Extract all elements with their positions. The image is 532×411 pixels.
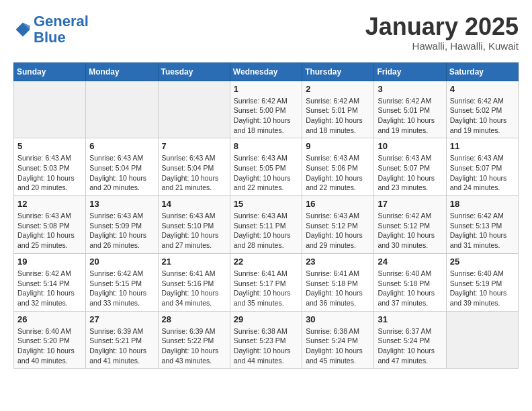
day-info: Sunrise: 6:42 AM Sunset: 5:15 PM Dayligh… <box>89 269 154 308</box>
logo-line1: General <box>34 13 89 30</box>
day-info: Sunrise: 6:42 AM Sunset: 5:02 PM Dayligh… <box>450 96 515 136</box>
calendar-cell: 18Sunrise: 6:42 AM Sunset: 5:13 PM Dayli… <box>446 196 518 254</box>
calendar-cell: 12Sunrise: 6:43 AM Sunset: 5:08 PM Dayli… <box>14 196 86 254</box>
day-number: 28 <box>162 314 226 324</box>
day-number: 16 <box>306 199 370 209</box>
calendar-cell: 16Sunrise: 6:43 AM Sunset: 5:12 PM Dayli… <box>302 196 374 254</box>
calendar-body: 1Sunrise: 6:42 AM Sunset: 5:00 PM Daylig… <box>14 81 519 369</box>
calendar-cell: 14Sunrise: 6:43 AM Sunset: 5:10 PM Dayli… <box>158 196 230 254</box>
day-info: Sunrise: 6:43 AM Sunset: 5:11 PM Dayligh… <box>234 211 298 250</box>
day-info: Sunrise: 6:42 AM Sunset: 5:00 PM Dayligh… <box>234 96 298 136</box>
day-number: 13 <box>89 199 154 209</box>
weekday-header-friday: Friday <box>374 62 446 81</box>
day-number: 11 <box>450 141 515 151</box>
day-number: 4 <box>450 84 515 94</box>
weekday-row: SundayMondayTuesdayWednesdayThursdayFrid… <box>14 62 519 81</box>
calendar-cell: 1Sunrise: 6:42 AM Sunset: 5:00 PM Daylig… <box>230 81 302 138</box>
day-info: Sunrise: 6:43 AM Sunset: 5:04 PM Dayligh… <box>162 153 226 193</box>
day-number: 12 <box>17 199 82 209</box>
calendar-cell: 11Sunrise: 6:43 AM Sunset: 5:07 PM Dayli… <box>446 138 518 196</box>
day-number: 29 <box>234 314 298 324</box>
day-info: Sunrise: 6:41 AM Sunset: 5:16 PM Dayligh… <box>162 269 226 308</box>
calendar-cell: 2Sunrise: 6:42 AM Sunset: 5:01 PM Daylig… <box>302 81 374 138</box>
day-number: 31 <box>378 314 442 324</box>
day-number: 8 <box>234 141 298 151</box>
day-info: Sunrise: 6:39 AM Sunset: 5:22 PM Dayligh… <box>162 326 226 366</box>
calendar-cell <box>14 81 86 138</box>
weekday-header-sunday: Sunday <box>14 62 86 81</box>
day-info: Sunrise: 6:43 AM Sunset: 5:07 PM Dayligh… <box>378 153 442 193</box>
calendar-table: SundayMondayTuesdayWednesdayThursdayFrid… <box>13 62 519 369</box>
day-info: Sunrise: 6:42 AM Sunset: 5:01 PM Dayligh… <box>378 96 442 136</box>
day-number: 3 <box>378 84 442 94</box>
weekday-header-saturday: Saturday <box>446 62 518 81</box>
calendar-cell: 27Sunrise: 6:39 AM Sunset: 5:21 PM Dayli… <box>86 311 158 369</box>
day-number: 1 <box>234 84 298 94</box>
calendar-cell: 17Sunrise: 6:42 AM Sunset: 5:12 PM Dayli… <box>374 196 446 254</box>
day-number: 6 <box>89 141 154 151</box>
weekday-header-tuesday: Tuesday <box>158 62 230 81</box>
calendar-week-4: 19Sunrise: 6:42 AM Sunset: 5:14 PM Dayli… <box>14 253 519 311</box>
weekday-header-thursday: Thursday <box>302 62 374 81</box>
calendar-cell: 21Sunrise: 6:41 AM Sunset: 5:16 PM Dayli… <box>158 253 230 311</box>
calendar-cell: 28Sunrise: 6:39 AM Sunset: 5:22 PM Dayli… <box>158 311 230 369</box>
day-number: 26 <box>17 314 82 324</box>
calendar-cell: 19Sunrise: 6:42 AM Sunset: 5:14 PM Dayli… <box>14 253 86 311</box>
day-info: Sunrise: 6:43 AM Sunset: 5:09 PM Dayligh… <box>89 211 154 250</box>
calendar-cell <box>158 81 230 138</box>
calendar-cell: 22Sunrise: 6:41 AM Sunset: 5:17 PM Dayli… <box>230 253 302 311</box>
month-title: January 2025 <box>365 13 519 40</box>
calendar-cell: 29Sunrise: 6:38 AM Sunset: 5:23 PM Dayli… <box>230 311 302 369</box>
calendar-cell: 10Sunrise: 6:43 AM Sunset: 5:07 PM Dayli… <box>374 138 446 196</box>
day-number: 24 <box>378 257 442 267</box>
calendar-cell: 6Sunrise: 6:43 AM Sunset: 5:04 PM Daylig… <box>86 138 158 196</box>
day-info: Sunrise: 6:43 AM Sunset: 5:06 PM Dayligh… <box>306 153 370 193</box>
logo: General Blue <box>13 13 89 46</box>
calendar-header: SundayMondayTuesdayWednesdayThursdayFrid… <box>14 62 519 81</box>
day-info: Sunrise: 6:42 AM Sunset: 5:13 PM Dayligh… <box>450 211 515 250</box>
calendar-cell: 15Sunrise: 6:43 AM Sunset: 5:11 PM Dayli… <box>230 196 302 254</box>
calendar-week-3: 12Sunrise: 6:43 AM Sunset: 5:08 PM Dayli… <box>14 196 519 254</box>
day-info: Sunrise: 6:42 AM Sunset: 5:14 PM Dayligh… <box>17 269 82 308</box>
day-number: 21 <box>162 257 226 267</box>
page-header: General Blue January 2025 Hawalli, Hawal… <box>13 13 519 52</box>
day-info: Sunrise: 6:43 AM Sunset: 5:05 PM Dayligh… <box>234 153 298 193</box>
calendar-cell: 26Sunrise: 6:40 AM Sunset: 5:20 PM Dayli… <box>14 311 86 369</box>
day-number: 18 <box>450 199 515 209</box>
calendar-week-1: 1Sunrise: 6:42 AM Sunset: 5:00 PM Daylig… <box>14 81 519 138</box>
day-number: 9 <box>306 141 370 151</box>
day-info: Sunrise: 6:43 AM Sunset: 5:10 PM Dayligh… <box>162 211 226 250</box>
day-number: 19 <box>17 257 82 267</box>
calendar-cell: 30Sunrise: 6:38 AM Sunset: 5:24 PM Dayli… <box>302 311 374 369</box>
day-number: 5 <box>17 141 82 151</box>
day-info: Sunrise: 6:39 AM Sunset: 5:21 PM Dayligh… <box>89 326 154 366</box>
day-number: 27 <box>89 314 154 324</box>
day-info: Sunrise: 6:42 AM Sunset: 5:01 PM Dayligh… <box>306 96 370 136</box>
day-info: Sunrise: 6:37 AM Sunset: 5:24 PM Dayligh… <box>378 326 442 366</box>
calendar-cell: 7Sunrise: 6:43 AM Sunset: 5:04 PM Daylig… <box>158 138 230 196</box>
calendar-cell: 24Sunrise: 6:40 AM Sunset: 5:18 PM Dayli… <box>374 253 446 311</box>
logo-icon <box>13 20 32 39</box>
calendar-week-5: 26Sunrise: 6:40 AM Sunset: 5:20 PM Dayli… <box>14 311 519 369</box>
calendar-cell: 13Sunrise: 6:43 AM Sunset: 5:09 PM Dayli… <box>86 196 158 254</box>
day-info: Sunrise: 6:43 AM Sunset: 5:03 PM Dayligh… <box>17 153 82 193</box>
day-info: Sunrise: 6:43 AM Sunset: 5:04 PM Dayligh… <box>89 153 154 193</box>
day-number: 15 <box>234 199 298 209</box>
calendar-cell: 8Sunrise: 6:43 AM Sunset: 5:05 PM Daylig… <box>230 138 302 196</box>
logo-line2: Blue <box>34 29 66 46</box>
calendar-week-2: 5Sunrise: 6:43 AM Sunset: 5:03 PM Daylig… <box>14 138 519 196</box>
calendar-cell <box>446 311 518 369</box>
title-section: January 2025 Hawalli, Hawalli, Kuwait <box>365 13 519 52</box>
day-number: 22 <box>234 257 298 267</box>
day-number: 10 <box>378 141 442 151</box>
day-number: 30 <box>306 314 370 324</box>
calendar-cell: 5Sunrise: 6:43 AM Sunset: 5:03 PM Daylig… <box>14 138 86 196</box>
day-info: Sunrise: 6:43 AM Sunset: 5:07 PM Dayligh… <box>450 153 515 193</box>
day-info: Sunrise: 6:42 AM Sunset: 5:12 PM Dayligh… <box>378 211 442 250</box>
weekday-header-monday: Monday <box>86 62 158 81</box>
day-info: Sunrise: 6:41 AM Sunset: 5:18 PM Dayligh… <box>306 269 370 308</box>
weekday-header-wednesday: Wednesday <box>230 62 302 81</box>
svg-marker-0 <box>16 23 30 37</box>
location: Hawalli, Hawalli, Kuwait <box>365 40 519 52</box>
day-number: 17 <box>378 199 442 209</box>
